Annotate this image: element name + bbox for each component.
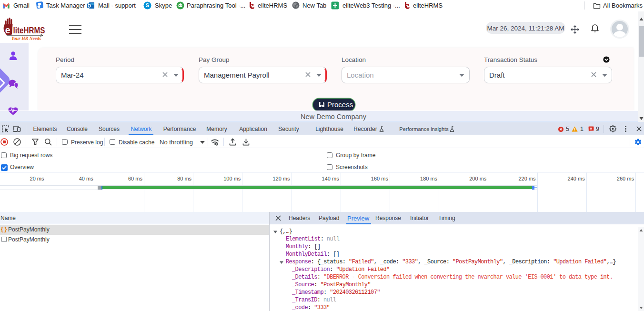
svg-text:liteHRMS: liteHRMS	[13, 26, 45, 35]
svg-text:S: S	[146, 2, 149, 8]
svg-text:e: e	[5, 25, 10, 35]
svg-text:Your HR Needs: Your HR Needs	[11, 36, 41, 41]
